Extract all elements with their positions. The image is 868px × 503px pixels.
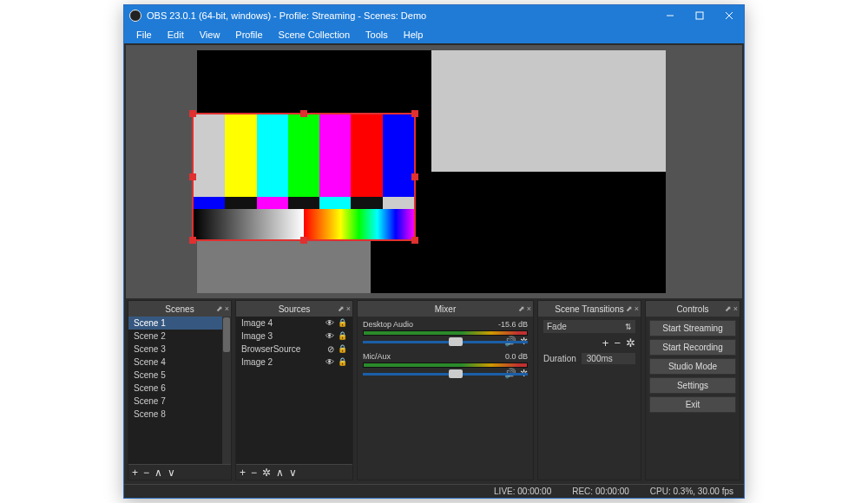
sources-header: Sources⬈× (236, 301, 352, 317)
eye-icon[interactable]: 👁 (326, 331, 334, 341)
move-down-button[interactable]: ∨ (289, 467, 297, 479)
scene-item[interactable]: Scene 6 (128, 382, 222, 395)
resize-handle-icon[interactable] (411, 110, 418, 117)
minimize-button[interactable] (655, 5, 685, 26)
scenes-panel: Scenes⬈× Scene 1Scene 2Scene 3Scene 4Sce… (128, 300, 232, 480)
close-icon[interactable]: × (635, 304, 639, 313)
studio-mode-button[interactable]: Studio Mode (649, 358, 736, 375)
resize-handle-icon[interactable] (300, 110, 307, 117)
add-transition-button[interactable]: + (602, 336, 609, 349)
live-status: LIVE: 00:00:00 (494, 487, 551, 496)
menu-help[interactable]: Help (397, 28, 431, 42)
mixer-channel: Mic/Aux0.0 dB🔊✲ (363, 352, 528, 379)
start-streaming-button[interactable]: Start Streaming (649, 320, 736, 336)
undock-icon[interactable]: ⬈ (216, 304, 223, 313)
duration-field[interactable]: 300ms (582, 353, 635, 364)
scenes-list[interactable]: Scene 1Scene 2Scene 3Scene 4Scene 5Scene… (128, 317, 222, 464)
close-icon[interactable]: × (733, 304, 738, 313)
obs-logo-icon (129, 10, 141, 22)
transition-select[interactable]: Fade⇅ (543, 320, 635, 333)
resize-handle-icon[interactable] (189, 110, 196, 117)
close-icon[interactable]: × (346, 304, 351, 313)
undock-icon[interactable]: ⬈ (518, 304, 525, 313)
eye-icon[interactable]: 👁 (326, 357, 334, 367)
svg-rect-1 (696, 12, 703, 19)
resize-handle-icon[interactable] (411, 173, 418, 180)
obs-window: OBS 23.0.1 (64-bit, windows) - Profile: … (123, 4, 745, 499)
settings-button[interactable]: Settings (649, 377, 736, 394)
scene-item[interactable]: Scene 5 (128, 369, 222, 382)
menu-profile[interactable]: Profile (228, 28, 269, 42)
move-up-button[interactable]: ∧ (155, 467, 162, 479)
source-properties-button[interactable]: ✲ (262, 467, 271, 479)
add-source-button[interactable]: + (240, 467, 246, 479)
scene-item[interactable]: Scene 1 (128, 317, 222, 330)
scenes-header: Scenes⬈× (128, 301, 231, 317)
preview-canvas[interactable] (197, 50, 666, 293)
close-button[interactable] (714, 5, 744, 26)
lock-icon[interactable]: 🔒 (338, 318, 347, 328)
source-item[interactable]: BrowserSource⊘🔒 (236, 343, 352, 356)
menubar: File Edit View Profile Scene Collection … (124, 26, 744, 43)
move-up-button[interactable]: ∧ (276, 467, 284, 479)
scene-item[interactable]: Scene 3 (128, 343, 222, 356)
close-icon[interactable]: × (527, 304, 531, 313)
source-name: BrowserSource (241, 344, 300, 354)
channel-name: Mic/Aux (363, 352, 391, 361)
transition-properties-button[interactable]: ✲ (626, 336, 635, 349)
exit-button[interactable]: Exit (649, 396, 736, 413)
controls-panel: Controls⬈× Start StreamingStart Recordin… (645, 300, 740, 480)
window-title: OBS 23.0.1 (64-bit, windows) - Profile: … (147, 10, 655, 21)
move-down-button[interactable]: ∨ (168, 467, 175, 479)
start-recording-button[interactable]: Start Recording (649, 339, 736, 356)
scene-item[interactable]: Scene 8 (128, 408, 222, 421)
undock-icon[interactable]: ⬈ (725, 304, 732, 313)
transitions-header: Scene Transitions⬈× (538, 301, 641, 317)
duration-label: Duration (543, 354, 576, 363)
audio-meter (363, 330, 528, 336)
eye-icon[interactable]: 👁 (326, 318, 334, 328)
undock-icon[interactable]: ⬈ (338, 304, 345, 313)
source-item[interactable]: Image 3👁🔒 (236, 330, 352, 343)
menu-edit[interactable]: Edit (161, 28, 191, 42)
mixer-panel: Mixer⬈× Desktop Audio-15.6 dB🔊✲Mic/Aux0.… (357, 300, 534, 480)
scene-item[interactable]: Scene 7 (128, 395, 222, 408)
menu-scene-collection[interactable]: Scene Collection (272, 28, 358, 42)
remove-scene-button[interactable]: − (143, 467, 149, 479)
remove-transition-button[interactable]: − (614, 336, 621, 349)
titlebar[interactable]: OBS 23.0.1 (64-bit, windows) - Profile: … (124, 5, 744, 26)
menu-view[interactable]: View (193, 28, 227, 42)
source-item[interactable]: Image 4👁🔒 (236, 317, 352, 330)
resize-handle-icon[interactable] (189, 173, 196, 180)
volume-slider[interactable] (363, 373, 528, 376)
preview-area[interactable] (126, 45, 742, 298)
mixer-header: Mixer⬈× (358, 301, 533, 317)
hidden-icon[interactable]: ⊘ (327, 344, 334, 354)
slider-knob[interactable] (449, 337, 463, 346)
scrollbar[interactable] (222, 317, 231, 464)
add-scene-button[interactable]: + (132, 467, 138, 479)
slider-knob[interactable] (449, 369, 463, 378)
menu-tools[interactable]: Tools (358, 28, 395, 42)
resize-handle-icon[interactable] (189, 237, 196, 244)
menu-file[interactable]: File (129, 28, 159, 42)
resize-handle-icon[interactable] (411, 237, 418, 244)
remove-source-button[interactable]: − (251, 467, 257, 479)
source-item[interactable]: Image 2👁🔒 (236, 356, 352, 369)
undock-icon[interactable]: ⬈ (626, 304, 633, 313)
selected-source[interactable] (192, 113, 416, 241)
lock-icon[interactable]: 🔒 (338, 357, 347, 367)
lock-icon[interactable]: 🔒 (338, 344, 347, 354)
close-icon[interactable]: × (225, 304, 229, 313)
chevron-updown-icon: ⇅ (625, 323, 632, 331)
statusbar: LIVE: 00:00:00 REC: 00:00:00 CPU: 0.3%, … (124, 484, 744, 498)
scene-item[interactable]: Scene 4 (128, 356, 222, 369)
maximize-button[interactable] (685, 5, 714, 26)
sources-list[interactable]: Image 4👁🔒Image 3👁🔒BrowserSource⊘🔒Image 2… (236, 317, 352, 464)
cpu-status: CPU: 0.3%, 30.00 fps (650, 487, 733, 496)
resize-handle-icon[interactable] (300, 237, 307, 244)
scene-item[interactable]: Scene 2 (128, 330, 222, 343)
lock-icon[interactable]: 🔒 (338, 331, 347, 341)
volume-slider[interactable] (363, 341, 528, 343)
dock-panels: Scenes⬈× Scene 1Scene 2Scene 3Scene 4Sce… (126, 298, 742, 482)
